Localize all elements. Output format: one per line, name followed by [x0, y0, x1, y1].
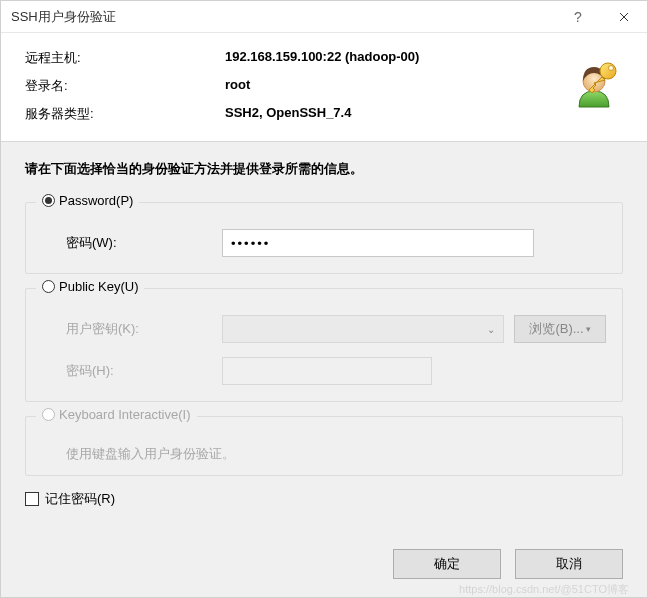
close-button[interactable] — [601, 1, 647, 33]
password-input[interactable] — [222, 229, 534, 257]
titlebar: SSH用户身份验证 ? — [1, 1, 647, 33]
remember-password-row[interactable]: 记住密码(R) — [25, 490, 623, 508]
instruction-text: 请在下面选择恰当的身份验证方法并提供登录所需的信息。 — [25, 160, 623, 178]
help-button[interactable]: ? — [555, 1, 601, 33]
chevron-down-icon: ⌄ — [487, 324, 495, 335]
dialog-window: SSH用户身份验证 ? 远程主机: 192.168.159.100:22 (ha… — [0, 0, 648, 598]
userkey-select[interactable]: ⌄ — [222, 315, 504, 343]
key-password-label: 密码(H): — [42, 362, 212, 380]
password-radio-row[interactable]: Password(P) — [36, 193, 139, 208]
keyboard-group-title: Keyboard Interactive(I) — [59, 407, 191, 422]
password-label: 密码(W): — [42, 234, 212, 252]
remote-host-value: 192.168.159.100:22 (hadoop-00) — [225, 49, 419, 67]
keyboard-hint: 使用键盘输入用户身份验证。 — [42, 445, 606, 463]
login-label: 登录名: — [25, 77, 225, 95]
close-icon — [619, 12, 629, 22]
publickey-radio-row[interactable]: Public Key(U) — [36, 279, 144, 294]
publickey-radio[interactable] — [42, 280, 55, 293]
remember-password-checkbox[interactable] — [25, 492, 39, 506]
browse-button-label: 浏览(B)... — [529, 320, 583, 338]
svg-point-1 — [600, 63, 616, 79]
publickey-group-title: Public Key(U) — [59, 279, 138, 294]
auth-icon — [565, 53, 623, 111]
password-group: Password(P) 密码(W): — [25, 202, 623, 274]
publickey-group: Public Key(U) 用户密钥(K): ⌄ 浏览(B)... ▾ 密码(H… — [25, 288, 623, 402]
dialog-footer: 确定 取消 https://blog.csdn.net/@51CTO博客 — [1, 539, 647, 597]
dialog-body: 请在下面选择恰当的身份验证方法并提供登录所需的信息。 Password(P) 密… — [1, 142, 647, 539]
connection-info: 远程主机: 192.168.159.100:22 (hadoop-00) 登录名… — [25, 49, 565, 123]
server-type-value: SSH2, OpenSSH_7.4 — [225, 105, 351, 123]
password-group-title: Password(P) — [59, 193, 133, 208]
ok-button[interactable]: 确定 — [393, 549, 501, 579]
key-password-input — [222, 357, 432, 385]
remember-password-label: 记住密码(R) — [45, 490, 115, 508]
cancel-button[interactable]: 取消 — [515, 549, 623, 579]
window-title: SSH用户身份验证 — [11, 8, 555, 26]
keyboard-group: Keyboard Interactive(I) 使用键盘输入用户身份验证。 — [25, 416, 623, 476]
remote-host-label: 远程主机: — [25, 49, 225, 67]
header-panel: 远程主机: 192.168.159.100:22 (hadoop-00) 登录名… — [1, 33, 647, 142]
browse-button[interactable]: 浏览(B)... ▾ — [514, 315, 606, 343]
dropdown-arrow-icon: ▾ — [586, 324, 591, 334]
keyboard-radio-row[interactable]: Keyboard Interactive(I) — [36, 407, 197, 422]
password-radio[interactable] — [42, 194, 55, 207]
watermark-text: https://blog.csdn.net/@51CTO博客 — [459, 582, 629, 597]
userkey-label: 用户密钥(K): — [42, 320, 212, 338]
keyboard-radio[interactable] — [42, 408, 55, 421]
server-type-label: 服务器类型: — [25, 105, 225, 123]
login-value: root — [225, 77, 250, 95]
svg-point-2 — [609, 66, 614, 71]
